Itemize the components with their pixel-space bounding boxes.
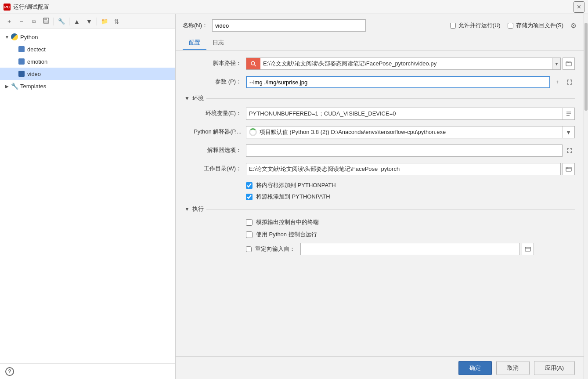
close-button[interactable]: × bbox=[574, 1, 584, 13]
expand-python-icon: ▼ bbox=[4, 33, 11, 40]
script-path-container: E:\论文文献\论文阅读\头部姿态阅读笔记\FacePose_pytorch\v… bbox=[246, 58, 561, 70]
sort-button[interactable]: ⇅ bbox=[111, 16, 123, 27]
tabs-row: 配置 日志 bbox=[183, 36, 577, 50]
titlebar: PC 运行/调试配置 × bbox=[0, 0, 588, 14]
folder-open-icon-3 bbox=[525, 246, 531, 252]
remove-config-button[interactable]: − bbox=[16, 16, 27, 27]
templates-wrench-icon: 🔧 bbox=[11, 82, 18, 90]
cancel-button[interactable]: 取消 bbox=[496, 361, 530, 375]
params-expand-button[interactable] bbox=[564, 76, 575, 88]
tab-config[interactable]: 配置 bbox=[183, 36, 206, 50]
dectect-script-icon bbox=[18, 45, 25, 53]
tree-item-dectect[interactable]: dectect bbox=[0, 43, 175, 55]
interpreter-row: Python 解释器(P.... 项目默认值 (Python 3.8 (2)) … bbox=[184, 126, 575, 138]
tree-node-templates[interactable]: ▶ 🔧 Templates bbox=[0, 80, 175, 92]
params-add-button[interactable]: + bbox=[552, 76, 563, 88]
edit-list-icon bbox=[566, 111, 572, 117]
save-config-button[interactable] bbox=[40, 16, 52, 27]
env-var-row: 环境变量(E)： PYTHONUNBUFFERED=1；CUDA_VISIBLE… bbox=[184, 108, 575, 120]
expand-icon bbox=[567, 79, 572, 85]
tree-node-python[interactable]: ▼ Python bbox=[0, 31, 175, 43]
add-source-checkbox[interactable] bbox=[246, 194, 253, 200]
tree-item-emotion[interactable]: emotion bbox=[0, 55, 175, 68]
wrench-icon: 🔧 bbox=[58, 18, 65, 25]
env-var-field: PYTHONUNBUFFERED=1；CUDA_VISIBLE_DEVICE=0 bbox=[246, 108, 575, 120]
folder-button[interactable]: 📁 bbox=[99, 16, 110, 27]
redirect-field-group bbox=[300, 243, 534, 255]
wrench-config-button[interactable]: 🔧 bbox=[56, 16, 67, 27]
interpreter-container: 项目默认值 (Python 3.8 (2)) D:\Anaconda\envs\… bbox=[246, 126, 575, 138]
interpreter-options-expand-button[interactable] bbox=[564, 144, 575, 157]
sidebar-bottom: ? bbox=[0, 363, 175, 379]
name-label: 名称(N)： bbox=[183, 22, 208, 29]
interpreter-options-value bbox=[246, 144, 563, 157]
working-dir-field: E:\论文文献\论文阅读\头部姿态阅读笔记\FacePose_pytorch bbox=[246, 163, 575, 175]
interpreter-label: Python 解释器(P.... bbox=[184, 126, 242, 136]
allow-parallel-label: 允许并行运行(U) bbox=[458, 22, 501, 29]
exec-section-toggle[interactable]: ▼ bbox=[184, 206, 190, 212]
emulate-terminal-row: 模拟输出控制台中的终端 bbox=[184, 218, 575, 226]
interpreter-options-field bbox=[246, 144, 575, 157]
help-button[interactable]: ? bbox=[5, 367, 14, 376]
redirect-label: 重定向输入自： bbox=[255, 245, 295, 253]
toolbar-separator-3 bbox=[97, 18, 97, 25]
tab-log[interactable]: 日志 bbox=[206, 36, 230, 50]
tree-item-video[interactable]: video bbox=[0, 68, 175, 80]
video-label: video bbox=[27, 71, 41, 77]
python-label: Python bbox=[20, 34, 38, 40]
ok-button[interactable]: 确定 bbox=[458, 361, 492, 375]
allow-parallel-checkbox[interactable] bbox=[450, 23, 456, 29]
env-var-value: PYTHONUNBUFFERED=1；CUDA_VISIBLE_DEVICE=0 bbox=[246, 109, 562, 119]
params-field: + bbox=[246, 76, 575, 88]
allow-parallel-group: 允许并行运行(U) bbox=[450, 22, 501, 29]
interpreter-value: 项目默认值 (Python 3.8 (2)) D:\Anaconda\envs\… bbox=[260, 128, 562, 136]
config-content: 脚本路径： E:\论文文献\论文阅读\头部姿态阅读笔记\FacePose_pyt… bbox=[176, 51, 584, 356]
minus-icon: − bbox=[20, 18, 23, 25]
env-var-label: 环境变量(E)： bbox=[184, 108, 242, 117]
script-path-value: E:\论文文献\论文阅读\头部姿态阅读笔记\FacePose_pytorch\v… bbox=[260, 59, 552, 69]
script-search-icon bbox=[246, 58, 260, 69]
interpreter-dropdown-button[interactable]: ▼ bbox=[562, 126, 574, 138]
svg-rect-10 bbox=[525, 247, 530, 251]
apply-button[interactable]: 应用(A) bbox=[534, 361, 575, 375]
params-input[interactable] bbox=[246, 76, 550, 88]
toolbar-separator-1 bbox=[54, 18, 54, 25]
add-content-checkbox[interactable] bbox=[246, 182, 253, 189]
redirect-checkbox[interactable] bbox=[246, 246, 252, 252]
sidebar-toolbar: + − ⧉ 🔧 bbox=[0, 14, 175, 29]
exec-section-header: ▼ 执行 bbox=[184, 205, 575, 213]
working-dir-browse-button[interactable] bbox=[563, 163, 575, 175]
run-python-console-label: 使用 Python 控制台运行 bbox=[256, 231, 317, 238]
expand-icon-2 bbox=[567, 148, 572, 153]
params-row: 参数 (P)： + bbox=[184, 76, 575, 88]
add-config-button[interactable]: + bbox=[4, 16, 15, 27]
env-section-toggle[interactable]: ▼ bbox=[184, 95, 190, 101]
exec-section-line bbox=[206, 209, 575, 209]
redirect-input[interactable] bbox=[300, 243, 520, 255]
right-scrollbar[interactable] bbox=[584, 14, 588, 379]
add-source-label: 将源根添加到 PYTHONPATH bbox=[256, 193, 330, 201]
redirect-browse-button[interactable] bbox=[522, 243, 534, 255]
main-area: + − ⧉ 🔧 bbox=[0, 14, 588, 379]
window-title: 运行/调试配置 bbox=[13, 3, 49, 11]
name-input[interactable] bbox=[212, 19, 366, 32]
store-as-project-checkbox[interactable] bbox=[508, 23, 513, 29]
header-right: 允许并行运行(U) 存储为项目文件(S) ⚙ bbox=[450, 22, 577, 30]
run-python-console-checkbox[interactable] bbox=[246, 231, 253, 238]
interpreter-field: 项目默认值 (Python 3.8 (2)) D:\Anaconda\envs\… bbox=[246, 126, 575, 138]
params-label: 参数 (P)： bbox=[184, 76, 242, 86]
gear-button[interactable]: ⚙ bbox=[570, 22, 577, 30]
script-browse-button[interactable] bbox=[563, 58, 575, 70]
expand-video-icon bbox=[11, 70, 18, 77]
script-path-dropdown-icon[interactable]: ▼ bbox=[552, 58, 560, 69]
emulate-terminal-checkbox[interactable] bbox=[246, 219, 253, 226]
move-up-button[interactable]: ▲ bbox=[71, 16, 83, 27]
redirect-group: 重定向输入自： bbox=[184, 243, 534, 255]
expand-dectect-icon bbox=[11, 46, 18, 53]
copy-config-button[interactable]: ⧉ bbox=[28, 16, 40, 27]
save-icon bbox=[43, 18, 49, 25]
env-var-edit-button[interactable] bbox=[562, 108, 574, 119]
move-down-button[interactable]: ▼ bbox=[83, 16, 95, 27]
env-section-line bbox=[206, 98, 575, 99]
question-icon: ? bbox=[8, 368, 11, 375]
